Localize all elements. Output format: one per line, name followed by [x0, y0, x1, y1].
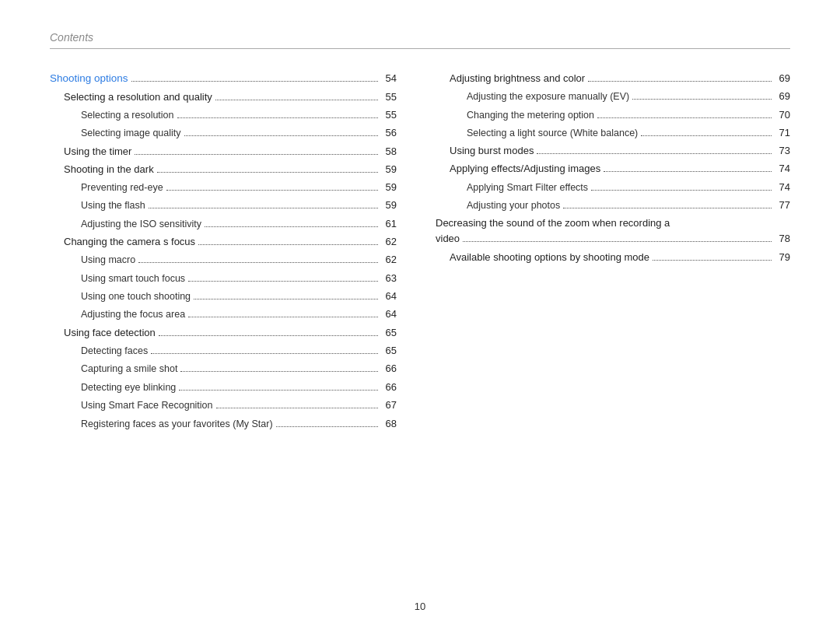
toc-entry: Adjusting brightness and color69	[436, 71, 790, 86]
toc-label: Using Smart Face Recognition	[50, 398, 213, 413]
toc-entry: Available shooting options by shooting m…	[436, 250, 790, 265]
toc-entry: Selecting a light source (White balance)…	[436, 125, 790, 141]
toc-label: Changing the metering option	[436, 108, 594, 123]
toc-page-number: 67	[381, 398, 397, 413]
toc-label: Adjusting the focus area	[50, 307, 185, 322]
toc-dots	[215, 100, 378, 100]
toc-page-number: 54	[381, 71, 397, 86]
toc-page-number: 71	[775, 125, 790, 141]
toc-dots	[166, 190, 378, 191]
toc-entry: Adjusting the exposure manually (EV)69	[436, 89, 790, 104]
toc-dots	[151, 353, 378, 354]
toc-dots	[653, 260, 772, 261]
toc-page-number: 58	[381, 144, 397, 159]
toc-label: Shooting in the dark	[50, 162, 154, 177]
toc-entry: Applying Smart Filter effects74	[436, 180, 790, 195]
toc-page-number: 79	[775, 250, 790, 265]
toc-entry: Selecting a resolution and quality55	[50, 89, 397, 105]
toc-dots	[591, 190, 772, 191]
toc-page-number: 74	[775, 180, 790, 195]
toc-page-number: 74	[775, 161, 790, 177]
toc-page-number: 66	[381, 361, 397, 377]
toc-dots	[157, 172, 378, 173]
toc-label: Selecting a light source (White balance)	[436, 126, 638, 141]
toc-entry: Selecting image quality56	[50, 125, 397, 141]
toc-dots	[216, 408, 378, 408]
toc-entry: Using the timer58	[50, 144, 397, 159]
toc-label: Decreasing the sound of the zoom when re…	[436, 215, 670, 231]
toc-entry: Adjusting your photos77	[436, 198, 790, 213]
toc-dots	[641, 135, 772, 136]
toc-label: Preventing red-eye	[50, 180, 163, 195]
toc-entry: Using Smart Face Recognition67	[50, 398, 397, 413]
toc-dots	[131, 81, 378, 82]
toc-entry: Using macro62	[50, 252, 397, 268]
toc-page-number: 62	[381, 252, 397, 268]
page-container: Contents Shooting options54Selecting a r…	[0, 0, 840, 634]
toc-dots	[276, 426, 378, 427]
toc-entry: Detecting faces65	[50, 343, 397, 359]
toc-dots	[463, 241, 772, 242]
toc-entry: Adjusting the ISO sensitivity61	[50, 216, 397, 232]
toc-dots	[205, 226, 378, 227]
toc-page-number: 59	[381, 198, 397, 213]
toc-dots	[194, 299, 378, 299]
toc-page-number: 56	[381, 125, 397, 141]
toc-label: Selecting image quality	[50, 126, 181, 141]
toc-entry: Using burst modes73	[436, 143, 790, 159]
toc-content: Shooting options54Selecting a resolution…	[50, 71, 790, 434]
toc-entry: Changing the camera s focus62	[50, 234, 397, 250]
toc-dots	[537, 153, 772, 154]
toc-dots	[604, 171, 772, 172]
toc-page-number: 62	[381, 234, 397, 250]
toc-entry: Capturing a smile shot66	[50, 361, 397, 377]
toc-label: Applying effects/Adjusting images	[436, 161, 600, 177]
toc-page-number: 65	[381, 325, 397, 341]
toc-label: Changing the camera s focus	[50, 234, 195, 250]
toc-page-number: 64	[381, 306, 397, 322]
toc-label: Adjusting the ISO sensitivity	[50, 217, 201, 232]
toc-dots	[198, 244, 378, 245]
toc-entry: Adjusting the focus area64	[50, 306, 397, 322]
toc-dots	[138, 262, 378, 263]
toc-page-number: 77	[775, 198, 790, 213]
toc-label: Adjusting the exposure manually (EV)	[436, 89, 629, 104]
toc-page-number: 63	[381, 271, 397, 286]
toc-entry: Using the flash59	[50, 198, 397, 213]
toc-label: Registering faces as your favorites (My …	[50, 417, 273, 432]
toc-dots	[597, 117, 772, 118]
toc-dots	[177, 117, 378, 118]
toc-page-number: 73	[775, 143, 790, 159]
toc-label: Using face detection	[50, 325, 156, 341]
toc-entry: Preventing red-eye59	[50, 180, 397, 195]
toc-entry: Detecting eye blinking66	[50, 380, 397, 395]
toc-label: Using one touch shooting	[50, 289, 191, 304]
toc-entry: Using face detection65	[50, 325, 397, 341]
toc-page-number: 69	[775, 89, 790, 104]
toc-label: Capturing a smile shot	[50, 362, 177, 377]
toc-label: Adjusting brightness and color	[436, 71, 585, 86]
toc-label: Available shooting options by shooting m…	[436, 250, 649, 265]
toc-entry: Decreasing the sound of the zoom when re…	[436, 215, 790, 247]
toc-entry: Registering faces as your favorites (My …	[50, 416, 397, 432]
toc-entry: Using smart touch focus63	[50, 271, 397, 286]
toc-page-number: 65	[381, 343, 397, 359]
toc-dots	[632, 99, 772, 100]
toc-label: Using the timer	[50, 144, 131, 159]
toc-entry: Shooting options54	[50, 71, 397, 87]
toc-page-number: 66	[381, 380, 397, 395]
toc-label: Detecting faces	[50, 344, 148, 359]
toc-label: Shooting options	[50, 71, 128, 87]
toc-dots	[179, 390, 378, 391]
toc-label: Using burst modes	[436, 143, 534, 159]
toc-label: Adjusting your photos	[436, 198, 560, 213]
toc-entry: Changing the metering option70	[436, 107, 790, 123]
toc-label-continued: video	[436, 231, 460, 247]
toc-page-number: 55	[381, 89, 397, 105]
toc-page-number: 78	[775, 231, 790, 247]
toc-label: Applying Smart Filter effects	[436, 180, 588, 195]
toc-entry: Using one touch shooting64	[50, 289, 397, 304]
toc-dots	[159, 335, 378, 336]
toc-right-column: Adjusting brightness and color69Adjustin…	[420, 71, 790, 434]
page-header: Contents	[50, 31, 790, 49]
